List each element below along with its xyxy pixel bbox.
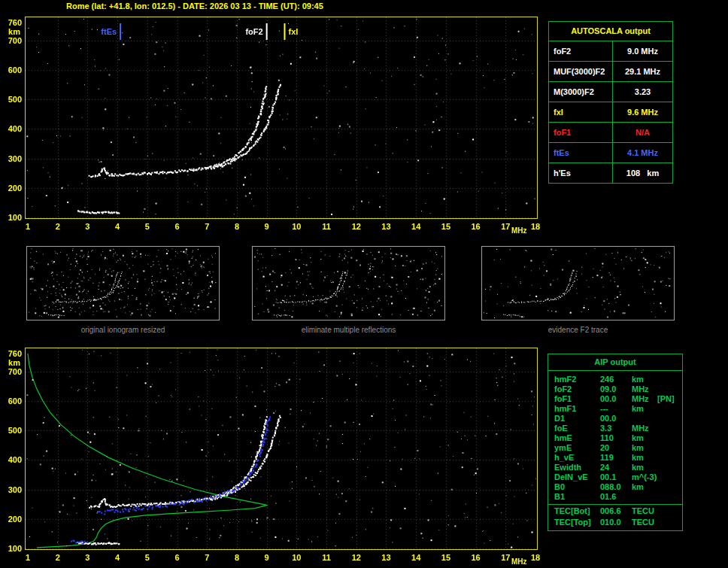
param-note	[657, 404, 682, 414]
param-name: D1	[554, 414, 600, 424]
param-note	[657, 492, 682, 502]
param-unit: km	[632, 463, 657, 472]
param-value: N/A	[613, 128, 672, 137]
aip-row-ymE: ymE20km	[548, 443, 682, 453]
param-value: 3.23	[613, 87, 672, 96]
param-name: foF2	[554, 384, 600, 394]
param-unit	[632, 414, 657, 424]
param-name: h_vE	[554, 453, 600, 463]
autoscala-row-fxI: fxI 9.6 MHz	[549, 102, 672, 123]
param-name: hmF1	[554, 404, 600, 414]
aip-row-foF1: foF100.0MHz[PN]	[548, 394, 682, 404]
aip-row-foE: foE3.3MHz	[548, 424, 682, 433]
param-value: 4.1 MHz	[613, 148, 672, 157]
param-note	[657, 472, 682, 482]
autoscala-output-table: AUTOSCALA output foF2 9.0 MHz MUF(3000)F…	[548, 21, 673, 184]
param-value: 9.6 MHz	[613, 108, 672, 117]
param-note	[657, 424, 682, 433]
param-name: B0	[554, 482, 600, 492]
autoscala-row-ftEs: ftEs 4.1 MHz	[549, 143, 672, 163]
aip-row-h_vE: h_vE119km	[548, 453, 682, 463]
param-note	[657, 433, 682, 443]
param-value: 108 km	[613, 169, 672, 178]
param-note	[657, 384, 682, 394]
param-note	[657, 453, 682, 463]
param-value: 00.1	[600, 472, 632, 482]
param-value: 088.0	[600, 482, 632, 492]
autoscala-row-M3000F2: M(3000)F2 3.23	[549, 82, 672, 102]
param-unit: m^(-3)	[632, 472, 657, 482]
thumbnail-f2-trace-evidence	[481, 246, 675, 320]
bottom-ionogram-canvas	[0, 346, 544, 568]
param-note: [PN]	[657, 394, 682, 404]
param-name: TEC[Top]	[554, 518, 600, 527]
param-unit: MHz	[632, 424, 657, 433]
param-label: M(3000)F2	[549, 82, 613, 102]
param-value: 9.0 MHz	[613, 47, 672, 56]
aip-row-TEC-top: TEC[Top]010.0TECU	[548, 518, 682, 527]
param-unit: km	[632, 453, 657, 463]
top-ionogram-canvas	[0, 15, 544, 241]
param-value: 3.3	[600, 424, 632, 433]
aip-rows: hmF2246km foF209.0MHz foF100.0MHz[PN] hm…	[548, 371, 682, 530]
aip-row-hmF1: hmF1---km	[548, 404, 682, 414]
param-name: DelN_vE	[554, 472, 600, 482]
param-value: 00.0	[600, 414, 632, 424]
aip-row-TEC-bot: TEC[Bot]006.6TECU	[548, 504, 682, 518]
autoscala-row-foF1: foF1 N/A	[549, 123, 672, 143]
param-name: foF1	[554, 394, 600, 404]
param-value: 01.6	[600, 492, 632, 502]
param-name: ymE	[554, 443, 600, 453]
param-note	[657, 414, 682, 424]
param-value: 010.0	[600, 518, 632, 527]
param-unit: km	[632, 433, 657, 443]
param-unit: TECU	[632, 506, 657, 518]
aip-row-D1: D100.0	[548, 414, 682, 424]
param-value: 246	[600, 375, 632, 384]
autoscala-row-foF2: foF2 9.0 MHz	[549, 41, 672, 62]
param-name: hmF2	[554, 375, 600, 384]
aip-row-hmF2: hmF2246km	[548, 375, 682, 384]
param-unit: km	[632, 482, 657, 492]
param-label: foF2	[549, 41, 613, 61]
param-name: hmE	[554, 433, 600, 443]
param-value: 29.1 MHz	[613, 67, 672, 76]
param-note	[657, 518, 682, 527]
param-name: Ewidth	[554, 463, 600, 472]
aip-row-DelN_vE: DelN_vE00.1m^(-3)	[548, 472, 682, 482]
thumbnail-original-ionogram	[26, 246, 220, 320]
page-title: Rome (lat: +41.8, lon: 012.5) - DATE: 20…	[66, 2, 323, 11]
param-value: 20	[600, 443, 632, 453]
param-note	[657, 506, 682, 518]
aip-table-title: AIP output	[548, 354, 682, 371]
param-note	[657, 375, 682, 384]
param-note	[657, 463, 682, 472]
param-unit: MHz	[632, 394, 657, 404]
param-unit	[632, 492, 657, 502]
thumbnail-caption-2: eliminate multiple reflections	[252, 326, 445, 334]
aip-row-hmE: hmE110km	[548, 433, 682, 443]
param-unit: km	[632, 404, 657, 414]
param-value: ---	[600, 404, 632, 414]
autoscala-row-MUF3000F2: MUF(3000)F2 29.1 MHz	[549, 62, 672, 82]
autoscala-row-hEs: h'Es 108 km	[549, 163, 672, 183]
aip-row-B1: B101.6	[548, 492, 682, 502]
param-note	[657, 482, 682, 492]
param-value: 09.0	[600, 384, 632, 394]
param-value: 24	[600, 463, 632, 472]
param-name: foE	[554, 424, 600, 433]
thumbnail-caption-3: evidence F2 trace	[481, 326, 675, 334]
param-value: 006.6	[600, 506, 632, 518]
param-name: B1	[554, 492, 600, 502]
param-label: foF1	[549, 123, 613, 142]
thumbnail-caption-1: original ionogram resized	[26, 326, 220, 334]
param-label: fxI	[549, 102, 613, 122]
param-label: MUF(3000)F2	[549, 62, 613, 81]
param-unit: km	[632, 443, 657, 453]
autoscala-table-title: AUTOSCALA output	[549, 22, 672, 41]
param-unit: MHz	[632, 384, 657, 394]
param-label: ftEs	[549, 143, 613, 163]
param-name: TEC[Bot]	[554, 506, 600, 518]
param-value: 119	[600, 453, 632, 463]
param-label: h'Es	[549, 163, 613, 183]
